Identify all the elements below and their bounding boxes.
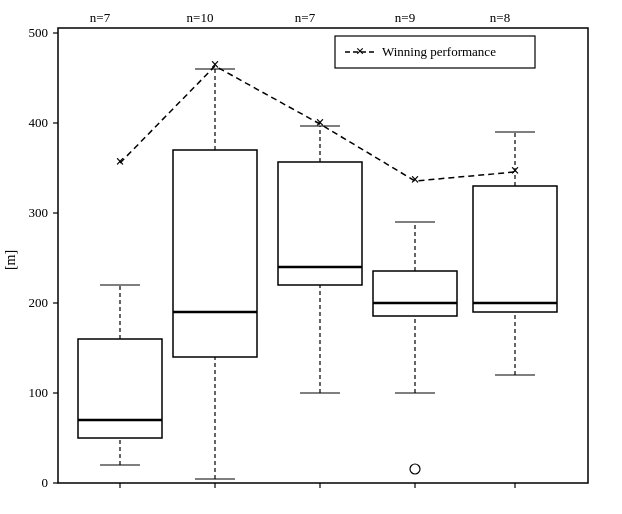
chart-svg: 0 100 200 300 400 500 [m]	[0, 0, 622, 514]
y-axis-label: [m]	[3, 250, 18, 270]
n-label-1: n=7	[90, 10, 111, 25]
win-marker-5: ×	[510, 162, 519, 179]
svg-rect-39	[473, 186, 557, 312]
svg-rect-33	[373, 271, 457, 316]
n-label-4: n=9	[395, 10, 415, 25]
y-tick-0: 0	[42, 475, 49, 490]
y-tick-500: 500	[29, 25, 49, 40]
win-marker-2: ×	[210, 56, 219, 73]
n-label-2: n=10	[187, 10, 214, 25]
legend-marker: ×	[356, 43, 365, 59]
y-tick-400: 400	[29, 115, 49, 130]
y-tick-100: 100	[29, 385, 49, 400]
y-tick-200: 200	[29, 295, 49, 310]
svg-rect-21	[173, 150, 257, 357]
win-marker-4: ×	[410, 171, 419, 188]
svg-rect-15	[78, 339, 162, 438]
win-marker-3: ×	[315, 114, 324, 131]
legend-label: Winning performance	[382, 44, 496, 59]
y-tick-300: 300	[29, 205, 49, 220]
win-marker-1: ×	[115, 153, 124, 170]
n-label-3: n=7	[295, 10, 316, 25]
n-label-5: n=8	[490, 10, 510, 25]
chart-container: 0 100 200 300 400 500 [m]	[0, 0, 622, 514]
